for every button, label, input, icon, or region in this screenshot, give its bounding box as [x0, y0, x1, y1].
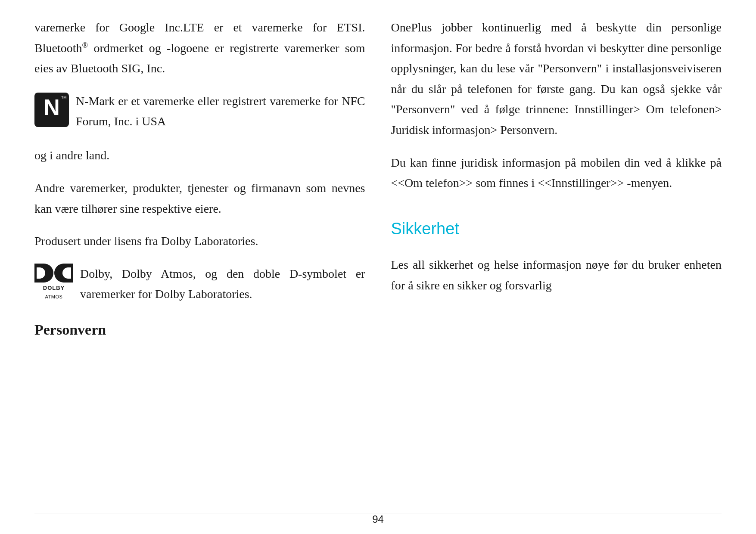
left-column: varemerke for Google Inc.LTE er et varem… [34, 17, 365, 487]
other-trademarks-text: Andre varemerker, produkter, tjenester o… [34, 181, 365, 215]
juridisk-text: Du kan finne juridisk informasjon på mob… [391, 156, 722, 190]
nfc-logo-container: N ™ [34, 91, 69, 134]
personvern-heading: Personvern [34, 322, 106, 338]
paragraph-dolby-produced: Produsert under lisens fra Dolby Laborat… [34, 231, 365, 251]
nfc-text: N-Mark er et varemerke eller registrert … [76, 94, 365, 128]
paragraph-other-trademarks: Andre varemerker, produkter, tjenester o… [34, 178, 365, 219]
nfc-section: N ™ N-Mark er et varemerke eller registr… [34, 91, 365, 134]
dolby-produced-text: Produsert under lisens fra Dolby Laborat… [34, 234, 258, 248]
page-number: 94 [0, 513, 756, 534]
dolby-label-text: DOLBY [43, 283, 65, 293]
paragraph-sikkerhet-intro: Les all sikkerhet og helse informasjon n… [391, 255, 722, 295]
dolby-section: DOLBY ATMOS Dolby, Dolby Atmos, og den d… [34, 264, 365, 304]
svg-text:™: ™ [61, 95, 67, 102]
dolby-text-block: Dolby, Dolby Atmos, og den doble D-symbo… [80, 264, 365, 304]
svg-text:N: N [44, 95, 60, 120]
dolby-description-text: Dolby, Dolby Atmos, og den doble D-symbo… [80, 267, 365, 301]
nfc-text-block: N-Mark er et varemerke eller registrert … [76, 91, 365, 132]
paragraph-juridisk: Du kan finne juridisk informasjon på mob… [391, 152, 722, 193]
sikkerhet-intro-text: Les all sikkerhet og helse informasjon n… [391, 258, 722, 292]
paragraph-oneplus-personvern: OnePlus jobber kontinuerlig med å beskyt… [391, 17, 722, 140]
sikkerhet-heading: Sikkerhet [391, 220, 459, 238]
nfc-continue-text: og i andre land. [34, 149, 109, 162]
dolby-logo-container: DOLBY ATMOS [34, 264, 73, 301]
page: varemerke for Google Inc.LTE er et varem… [0, 0, 756, 534]
content-area: varemerke for Google Inc.LTE er et varem… [0, 0, 756, 513]
dolby-dc-logo-icon [34, 264, 73, 283]
nfc-continue-paragraph: og i andre land. [34, 145, 365, 166]
right-column: OnePlus jobber kontinuerlig med å beskyt… [391, 17, 722, 487]
personvern-heading-container: Personvern [34, 317, 365, 342]
oneplus-personvern-text: OnePlus jobber kontinuerlig med å beskyt… [391, 21, 722, 137]
bluetooth-text: varemerke for Google Inc.LTE er et varem… [34, 21, 365, 75]
paragraph-bluetooth: varemerke for Google Inc.LTE er et varem… [34, 17, 365, 79]
sikkerhet-heading-container: Sikkerhet [391, 215, 722, 243]
dolby-atmos-label-text: ATMOS [45, 293, 63, 301]
nfc-logo-icon: N ™ [34, 93, 69, 127]
